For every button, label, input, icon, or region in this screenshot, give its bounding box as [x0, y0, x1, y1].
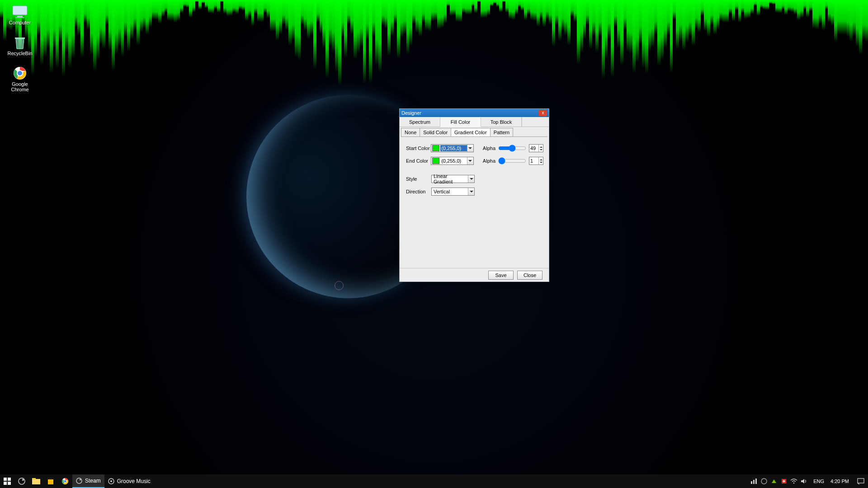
close-icon: x — [542, 111, 544, 115]
dropdown-caret-icon[interactable] — [467, 157, 473, 164]
svg-point-18 — [80, 479, 81, 480]
desktop-icon-label: Google Chrome — [3, 81, 37, 92]
end-color-swatch — [432, 158, 439, 164]
tab-top-block[interactable]: Top Block — [481, 117, 522, 127]
tray-graph-icon[interactable] — [749, 474, 759, 488]
svg-point-11 — [22, 479, 24, 481]
svg-rect-3 — [15, 38, 25, 39]
chrome-icon — [11, 66, 29, 80]
subtab-gradient-color[interactable]: Gradient Color — [451, 128, 491, 136]
svg-point-17 — [76, 478, 82, 483]
tray-language[interactable]: ENG — [809, 479, 826, 484]
direction-select[interactable]: Vertical — [431, 188, 475, 196]
spinner-up-icon[interactable] — [539, 157, 543, 161]
spinner-up-icon[interactable] — [539, 145, 543, 148]
svg-rect-6 — [4, 478, 7, 481]
sub-tab-bar: None Solid Color Gradient Color Pattern — [400, 127, 549, 136]
subtab-pattern[interactable]: Pattern — [490, 128, 513, 136]
start-alpha-value: 49 — [529, 145, 538, 152]
taskbar-explorer-icon[interactable] — [29, 474, 43, 488]
direction-value: Vertical — [432, 189, 468, 194]
start-alpha-spinner[interactable]: 49 — [529, 144, 543, 152]
svg-rect-21 — [751, 481, 752, 484]
svg-point-20 — [110, 480, 112, 482]
end-color-label: End Color — [406, 158, 431, 164]
subtab-none[interactable]: None — [401, 128, 420, 136]
dropdown-caret-icon[interactable] — [468, 188, 474, 195]
shopping-bag-icon — [47, 478, 54, 485]
subtab-label: Solid Color — [423, 130, 448, 135]
taskbar-app-groove[interactable]: Groove Music — [104, 474, 154, 488]
tray-nvidia-icon[interactable] — [769, 474, 779, 488]
designer-window: Designer x Spectrum Fill Color Top Block… — [399, 108, 549, 282]
subtab-label: None — [405, 130, 416, 135]
steam-icon — [18, 478, 25, 485]
dropdown-caret-icon[interactable] — [468, 175, 474, 183]
svg-point-10 — [19, 478, 25, 484]
style-value: Linear Gradient — [432, 174, 468, 184]
folder-icon — [32, 478, 40, 484]
end-alpha-value: 1 — [529, 157, 538, 164]
svg-rect-13 — [32, 478, 36, 480]
steam-icon — [76, 478, 82, 484]
svg-rect-22 — [753, 480, 755, 484]
taskbar-app-steam[interactable]: Steam — [72, 474, 104, 488]
spinner-down-icon[interactable] — [539, 148, 543, 152]
moon-graphic — [335, 281, 344, 290]
close-button[interactable]: Close — [517, 271, 542, 280]
taskbar-app-label: Groove Music — [117, 478, 151, 484]
end-alpha-slider[interactable] — [498, 158, 526, 164]
end-color-picker[interactable]: (0,255,0) — [431, 157, 474, 165]
tab-spectrum[interactable]: Spectrum — [400, 117, 440, 127]
desktop-icon-computer[interactable]: Computer — [3, 5, 37, 25]
svg-point-26 — [793, 483, 795, 484]
taskbar: Steam Groove Music ENG 4:20 PM — [0, 474, 868, 488]
start-color-value: (0,255,0) — [440, 145, 467, 151]
svg-rect-0 — [13, 6, 27, 15]
tab-fill-color[interactable]: Fill Color — [440, 117, 481, 127]
taskbar-store-icon[interactable] — [43, 474, 58, 488]
dropdown-caret-icon[interactable] — [467, 145, 473, 152]
style-select[interactable]: Linear Gradient — [431, 175, 475, 183]
window-title: Designer — [401, 110, 539, 116]
desktop-icon-label: RecycleBin — [7, 51, 32, 56]
desktop-icons-area: Computer RecycleBin Google Chrome — [3, 5, 37, 92]
direction-label: Direction — [406, 189, 431, 194]
alpha-label: Alpha — [483, 158, 495, 164]
audio-spectrum-visualizer — [0, 0, 868, 90]
tray-volume-icon[interactable] — [799, 474, 809, 488]
taskbar-chrome-icon[interactable] — [58, 474, 72, 488]
desktop-icon-chrome[interactable]: Google Chrome — [3, 66, 37, 92]
system-tray: ENG 4:20 PM — [749, 474, 868, 488]
subtab-label: Gradient Color — [454, 130, 487, 135]
tray-wifi-icon[interactable] — [789, 474, 799, 488]
form-area: Start Color (0,255,0) Alpha 49 End Color… — [400, 137, 549, 197]
taskbar-steam-icon[interactable] — [14, 474, 29, 488]
taskbar-app-label: Steam — [85, 478, 101, 484]
start-color-picker[interactable]: (0,255,0) — [431, 144, 474, 152]
window-titlebar[interactable]: Designer x — [400, 109, 549, 117]
start-button[interactable] — [0, 474, 14, 488]
alpha-label: Alpha — [483, 145, 495, 151]
svg-rect-8 — [4, 482, 7, 485]
desktop-icon-label: Computer — [9, 20, 31, 25]
window-close-button[interactable]: x — [539, 110, 547, 116]
chrome-icon — [61, 478, 69, 485]
svg-rect-23 — [755, 479, 757, 484]
spinner-down-icon[interactable] — [539, 161, 543, 164]
tray-steam-icon[interactable] — [759, 474, 769, 488]
subtab-solid-color[interactable]: Solid Color — [420, 128, 451, 136]
tray-security-icon[interactable] — [779, 474, 789, 488]
start-alpha-slider[interactable] — [498, 145, 526, 151]
computer-icon — [11, 5, 29, 19]
svg-rect-14 — [48, 479, 53, 484]
svg-rect-7 — [8, 478, 11, 481]
tray-clock[interactable]: 4:20 PM — [826, 479, 854, 484]
tab-label: Spectrum — [409, 119, 430, 125]
save-button[interactable]: Save — [488, 271, 514, 280]
desktop-icon-recyclebin[interactable]: RecycleBin — [3, 35, 37, 56]
windows-logo-icon — [4, 478, 11, 485]
main-tab-bar: Spectrum Fill Color Top Block — [400, 117, 549, 127]
end-alpha-spinner[interactable]: 1 — [529, 157, 543, 165]
tray-notifications-icon[interactable] — [854, 474, 868, 488]
